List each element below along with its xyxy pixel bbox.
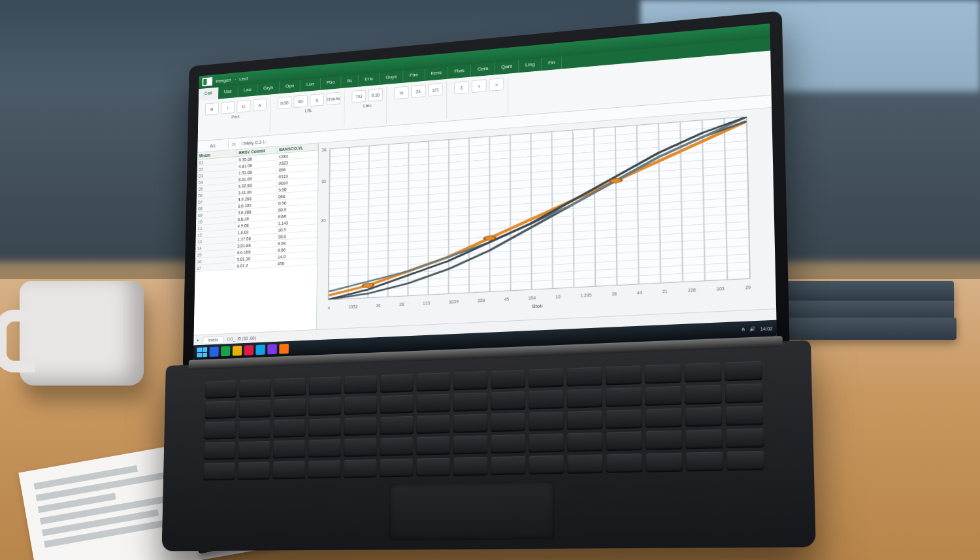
key bbox=[727, 451, 764, 470]
key bbox=[645, 453, 682, 472]
embedded-chart[interactable]: 203038 410322¢28113303920845354101.29538… bbox=[317, 108, 776, 329]
key bbox=[566, 367, 602, 387]
svg-line-15 bbox=[329, 173, 747, 201]
ribbon-button[interactable]: A bbox=[253, 99, 267, 112]
chart-svg bbox=[329, 117, 750, 299]
sheet-tab[interactable]: Inlass bbox=[203, 336, 223, 343]
ribbon-button[interactable]: ≡ bbox=[489, 78, 504, 91]
key bbox=[308, 460, 340, 478]
key bbox=[685, 429, 723, 449]
key bbox=[380, 459, 413, 478]
key bbox=[529, 455, 564, 474]
ribbon-button[interactable]: ≡ bbox=[472, 79, 487, 93]
taskbar-app-icon[interactable] bbox=[221, 346, 230, 357]
key bbox=[685, 407, 723, 427]
laptop-base bbox=[162, 340, 816, 552]
keyboard bbox=[203, 361, 764, 481]
ribbon-button[interactable]: 121 bbox=[428, 83, 442, 97]
ribbon-button[interactable]: 0:00 bbox=[278, 96, 292, 109]
key bbox=[645, 364, 681, 384]
taskbar-app-icon[interactable] bbox=[209, 346, 218, 357]
doc-name: Lect bbox=[239, 75, 248, 81]
key bbox=[344, 396, 378, 415]
key bbox=[606, 453, 643, 473]
key bbox=[685, 385, 722, 405]
x-tick: 29 bbox=[745, 285, 751, 290]
wifi-icon[interactable]: ⋔ bbox=[742, 327, 746, 332]
ribbon-group: BIUAPect bbox=[201, 97, 270, 138]
svg-point-42 bbox=[363, 283, 374, 288]
clock[interactable]: 14:02 bbox=[760, 326, 773, 331]
key bbox=[380, 374, 414, 393]
key bbox=[272, 461, 305, 479]
key bbox=[416, 436, 450, 455]
key bbox=[685, 363, 722, 383]
key bbox=[453, 435, 487, 454]
taskbar-app-icon[interactable] bbox=[279, 344, 289, 354]
x-tick: 4 bbox=[328, 306, 331, 310]
key bbox=[567, 433, 603, 452]
ribbon-button[interactable]: Onichs bbox=[326, 92, 340, 105]
key bbox=[567, 454, 603, 474]
ribbon-button[interactable]: 24 bbox=[411, 84, 425, 98]
spreadsheet-app: Inergen · Lect CallUssLaoGryhOpnLunPboIl… bbox=[193, 24, 777, 360]
x-tick: 1032 bbox=[348, 305, 357, 309]
data-grid[interactable]: MnsmBRSV ColmbtBANSCO.VL 018.35.08C60102… bbox=[194, 143, 319, 335]
key bbox=[203, 463, 235, 481]
ribbon-button[interactable]: 8 bbox=[310, 93, 324, 107]
key bbox=[238, 420, 270, 438]
trackpad bbox=[389, 481, 555, 541]
key bbox=[380, 416, 414, 435]
x-tick: 45 bbox=[504, 297, 510, 301]
taskbar-app-icon[interactable] bbox=[244, 345, 254, 355]
ribbon-tab[interactable]: Ilu bbox=[341, 74, 359, 88]
key bbox=[491, 413, 525, 432]
key bbox=[204, 421, 236, 440]
key bbox=[567, 389, 603, 408]
ribbon-group: 0:0090·8OnichsLBL bbox=[274, 90, 345, 132]
laptop: Inergen · Lect CallUssLaoGryhOpnLunPboIl… bbox=[179, 10, 794, 538]
ribbon-button[interactable]: % bbox=[394, 86, 408, 100]
taskbar-app-icon[interactable] bbox=[267, 344, 277, 355]
svg-line-19 bbox=[329, 189, 748, 216]
taskbar-app-icon[interactable] bbox=[233, 346, 242, 356]
status-info: CO_ J0 (30 ,60) bbox=[227, 335, 256, 341]
name-box[interactable]: A1 bbox=[197, 140, 229, 151]
ribbon-button[interactable]: 0.30 bbox=[368, 88, 383, 101]
svg-line-13 bbox=[329, 165, 747, 193]
key bbox=[238, 441, 270, 459]
taskbar-app-icon[interactable] bbox=[255, 344, 265, 355]
key bbox=[416, 458, 450, 477]
key bbox=[453, 414, 487, 433]
ribbon-button[interactable]: U bbox=[237, 100, 250, 113]
ribbon-button[interactable]: TIU bbox=[351, 90, 366, 103]
ribbon-button[interactable]: B bbox=[205, 103, 219, 116]
key bbox=[529, 412, 564, 431]
fx-icon[interactable]: fx bbox=[229, 141, 239, 147]
ribbon-button[interactable]: I bbox=[221, 101, 235, 114]
key bbox=[453, 371, 487, 390]
x-tick: 21 bbox=[662, 289, 668, 293]
x-tick: 2¢ bbox=[376, 303, 381, 308]
key bbox=[205, 380, 237, 399]
key bbox=[645, 408, 681, 428]
scene-photo: Inergen · Lect CallUssLaoGryhOpnLunPboIl… bbox=[0, 0, 980, 560]
volume-icon[interactable]: 🔊 bbox=[750, 326, 757, 332]
chart-plot-area: 203038 bbox=[328, 116, 751, 301]
key bbox=[204, 442, 235, 460]
key bbox=[606, 365, 642, 385]
key bbox=[416, 415, 450, 434]
x-tick: 38 bbox=[612, 291, 617, 296]
system-tray[interactable]: ⋔ 🔊 14:02 bbox=[742, 325, 772, 332]
x-tick: 103 bbox=[717, 286, 725, 291]
ribbon-button[interactable]: Σ bbox=[454, 81, 469, 95]
ribbon-button[interactable]: 90· bbox=[293, 95, 308, 108]
start-button[interactable] bbox=[197, 347, 207, 357]
key bbox=[529, 433, 564, 453]
key bbox=[491, 435, 525, 453]
key bbox=[606, 431, 643, 451]
key bbox=[417, 372, 451, 391]
key bbox=[725, 406, 763, 426]
key bbox=[273, 420, 305, 438]
svg-line-31 bbox=[329, 238, 749, 262]
